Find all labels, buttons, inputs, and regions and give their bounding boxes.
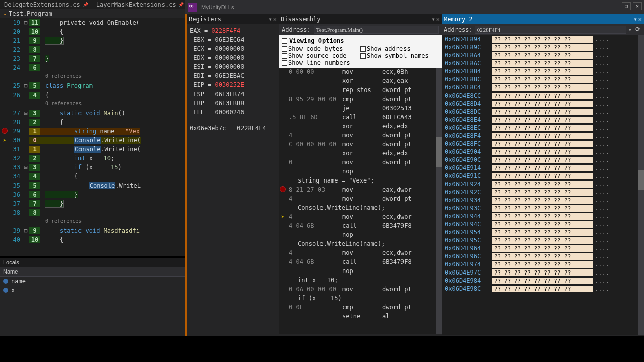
memory-row[interactable]: 0x06D4E954?? ?? ?? ?? ?? ?? ?? ??.... <box>442 228 644 236</box>
memory-row[interactable]: 0x06D4E974?? ?? ?? ?? ?? ?? ?? ??.... <box>442 260 644 268</box>
close-button[interactable]: ✕ <box>633 2 642 10</box>
locals-row[interactable]: name <box>0 277 186 286</box>
code-text[interactable]: if (x == 15) <box>40 164 122 171</box>
disasm-line[interactable]: setneal <box>279 313 442 322</box>
memory-row[interactable]: 0x06D4E894?? ?? ?? ?? ?? ?? ?? ??.... <box>442 35 644 43</box>
checkbox-icon[interactable] <box>282 46 287 52</box>
memory-row[interactable]: 0x06D4E8BC?? ?? ?? ?? ?? ?? ?? ??.... <box>442 75 644 83</box>
memory-row[interactable]: 0x06D4E8CC?? ?? ?? ?? ?? ?? ?? ??.... <box>442 92 644 100</box>
memory-row[interactable]: 0x06D4E89C?? ?? ?? ?? ?? ?? ?? ??.... <box>442 43 644 51</box>
scroll-thumb[interactable] <box>638 170 644 190</box>
memory-row[interactable]: 0x06D4E96C?? ?? ?? ?? ?? ?? ?? ??.... <box>442 252 644 260</box>
memory-row[interactable]: 0x06D4E924?? ?? ?? ?? ?? ?? ?? ??.... <box>442 180 644 188</box>
viewing-option[interactable]: Show line numbers <box>282 59 360 66</box>
memory-row[interactable]: 0x06D4E964?? ?? ?? ?? ?? ?? ?? ??.... <box>442 244 644 252</box>
memory-row[interactable]: 0x06D4E8C4?? ?? ?? ?? ?? ?? ?? ??.... <box>442 83 644 92</box>
outline-toggle[interactable]: ⊟ <box>22 19 29 26</box>
dropdown-icon[interactable]: ▾ <box>432 16 435 23</box>
checkbox-icon[interactable] <box>282 60 287 66</box>
checkbox-icon[interactable] <box>282 53 287 59</box>
dropdown-icon[interactable]: ▾ <box>269 16 272 23</box>
code-text[interactable]: class Program <box>40 82 93 89</box>
memory-row[interactable]: 0x06D4E984?? ?? ?? ?? ?? ?? ?? ??.... <box>442 277 644 285</box>
memory-address-input[interactable] <box>475 26 626 34</box>
memory-row[interactable]: 0x06D4E914?? ?? ?? ?? ?? ?? ?? ??.... <box>442 164 644 172</box>
references-label[interactable]: 0 references <box>40 101 82 108</box>
locals-row[interactable]: x <box>0 286 186 295</box>
memory-row[interactable]: 0x06D4E934?? ?? ?? ?? ?? ?? ?? ??.... <box>442 196 644 204</box>
memory-row[interactable]: 0x06D4E944?? ?? ?? ?? ?? ?? ?? ??.... <box>442 212 644 220</box>
code-text[interactable]: string name = "Vex <box>40 128 140 135</box>
code-text[interactable]: { <box>40 28 63 35</box>
code-text[interactable]: Console.WriteL <box>40 182 141 189</box>
disasm-line[interactable]: ➤4movecx,dwor <box>279 213 442 222</box>
checkbox-icon[interactable] <box>360 53 366 59</box>
memory-row[interactable]: 0x06D4E8D4?? ?? ?? ?? ?? ?? ?? ??.... <box>442 100 644 108</box>
scrollbar[interactable] <box>436 68 442 334</box>
memory-row[interactable]: 0x06D4E91C?? ?? ?? ?? ?? ?? ?? ??.... <box>442 172 644 180</box>
code-editor[interactable]: 19⊟11 private void OnEnable(2010 {219 }2… <box>0 18 185 256</box>
close-icon[interactable]: ✕ <box>436 16 440 23</box>
memory-row[interactable]: 0x06D4E8F4?? ?? ?? ?? ?? ?? ?? ??.... <box>442 132 644 140</box>
memory-row[interactable]: 0x06D4E92C?? ?? ?? ?? ?? ?? ?? ??.... <box>442 188 644 196</box>
breakpoint-gutter[interactable]: ➤ <box>0 137 9 144</box>
disasm-line[interactable]: xoredx,edx <box>279 123 442 132</box>
close-icon[interactable]: ✕ <box>638 16 642 23</box>
breakpoint-icon[interactable] <box>280 186 286 192</box>
breakpoint-gutter[interactable] <box>0 128 9 135</box>
dropdown-icon[interactable]: ▾ <box>628 26 632 33</box>
memory-row[interactable]: 0x06D4E8A4?? ?? ?? ?? ?? ?? ?? ??.... <box>442 51 644 59</box>
viewing-option[interactable]: Show symbol names <box>360 52 439 59</box>
code-text[interactable]: } <box>40 55 49 62</box>
outline-toggle[interactable]: ⊟ <box>22 110 29 117</box>
disasm-line[interactable]: 4movecx,dwor <box>279 249 442 258</box>
code-text[interactable]: { <box>40 236 63 243</box>
disasm-line[interactable]: xoredx,edx <box>279 150 442 159</box>
disasm-line[interactable]: 0 0Fcmpdword pt <box>279 304 442 313</box>
outline-toggle[interactable]: ⊟ <box>22 82 29 89</box>
references-label[interactable]: 0 references <box>40 218 82 225</box>
memory-row[interactable]: 0x06D4E904?? ?? ?? ?? ?? ?? ?? ??.... <box>442 148 644 156</box>
memory-row[interactable]: 0x06D4E95C?? ?? ?? ?? ?? ?? ?? ??.... <box>442 236 644 244</box>
tab[interactable]: LayerMaskExtensions.cs 📌 <box>92 0 188 9</box>
breakpoint-icon[interactable] <box>2 128 8 134</box>
dropdown-icon[interactable]: ▾ <box>634 16 637 23</box>
code-text[interactable]: static void Masdfasdfi <box>40 227 140 234</box>
pin-icon[interactable]: 📌 <box>178 2 184 7</box>
disasm-line[interactable]: 0movdword pt <box>279 159 442 168</box>
code-text[interactable]: static void Main() <box>40 110 125 117</box>
refresh-icon[interactable]: ⟳ <box>634 26 642 34</box>
outline-toggle[interactable]: ⊟ <box>22 164 29 171</box>
disasm-line[interactable]: 4 04 6Bcall6B3479F8 <box>279 258 442 267</box>
close-icon[interactable]: ✕ <box>273 16 277 23</box>
disasm-line[interactable]: 0 0A 00 00 00movdword pt <box>279 286 442 295</box>
viewing-option[interactable]: Show address <box>360 45 439 52</box>
disasm-line[interactable]: 4movdword pt <box>279 195 442 204</box>
code-text[interactable]: private void OnEnable( <box>40 19 140 26</box>
viewing-option[interactable]: Show source code <box>282 52 360 59</box>
disasm-line[interactable]: 8 95 29 00 00cmpdword pt <box>279 96 442 105</box>
disasm-address-input[interactable] <box>314 26 439 34</box>
pin-icon[interactable]: 📌 <box>83 2 88 7</box>
disasm-line[interactable]: 8 21 27 03moveax,dwor <box>279 186 442 195</box>
scroll-thumb[interactable] <box>436 137 442 167</box>
memory-row[interactable]: 0x06D4E8B4?? ?? ?? ?? ?? ?? ?? ??.... <box>442 67 644 75</box>
memory-row[interactable]: 0x06D4E8AC?? ?? ?? ?? ?? ?? ?? ??.... <box>442 59 644 67</box>
viewing-option[interactable]: Show code bytes <box>282 45 360 52</box>
disasm-line[interactable]: 0 00 00movecx,0Bh <box>279 68 442 77</box>
locals-header[interactable]: Name <box>0 267 186 277</box>
code-text[interactable]: Console.WriteLine( <box>40 137 141 144</box>
tab[interactable]: DelegateExtensions.cs 📌 <box>0 0 92 9</box>
references-label[interactable]: 0 references <box>40 73 82 80</box>
memory-row[interactable]: 0x06D4E8EC?? ?? ?? ?? ?? ?? ?? ??.... <box>442 124 644 132</box>
restore-button[interactable]: ❐ <box>622 2 631 10</box>
disasm-line[interactable]: 4movdword pt <box>279 132 442 141</box>
disasm-line[interactable]: nop <box>279 267 442 277</box>
memory-row[interactable]: 0x06D4E8FC?? ?? ?? ?? ?? ?? ?? ??.... <box>442 140 644 148</box>
memory-row[interactable]: 0x06D4E97C?? ?? ?? ?? ?? ?? ?? ??.... <box>442 268 644 277</box>
code-text[interactable]: int x = 10; <box>40 155 114 162</box>
memory-row[interactable]: 0x06D4E90C?? ?? ?? ?? ?? ?? ?? ??.... <box>442 156 644 164</box>
code-text[interactable]: Console.WriteLine( <box>40 146 141 153</box>
disasm-line[interactable]: rep stosdword pt <box>279 86 442 96</box>
disasm-line[interactable]: je00302513 <box>279 105 442 114</box>
